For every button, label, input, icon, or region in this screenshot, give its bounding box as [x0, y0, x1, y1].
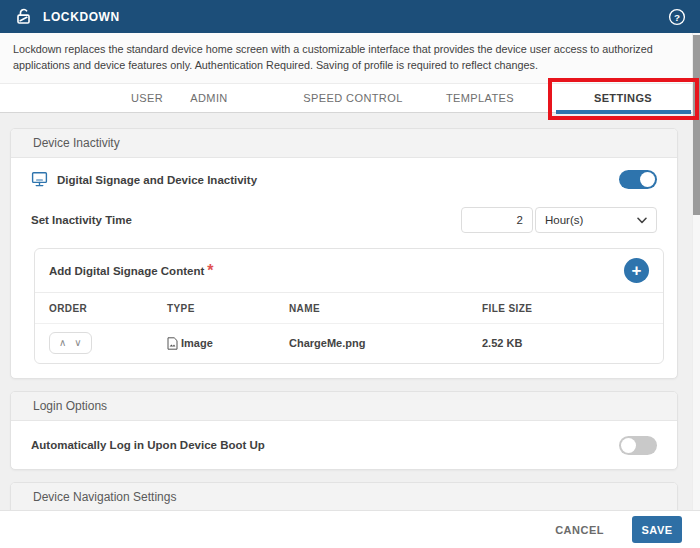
feature-description: Lockdown replaces the standard device ho… [0, 33, 700, 84]
page-title: LOCKDOWN [43, 10, 120, 24]
required-marker: * [207, 262, 213, 280]
action-footer: CANCEL SAVE [0, 510, 700, 548]
col-type: TYPE [167, 303, 289, 314]
section-title-device-navigation: Device Navigation Settings [11, 483, 677, 510]
inactivity-time-group: Hour(s) [461, 207, 657, 233]
cancel-button[interactable]: CANCEL [549, 523, 610, 537]
col-file-size: FILE SIZE [482, 303, 649, 314]
device-navigation-card: Device Navigation Settings Navigation Ba… [10, 482, 678, 510]
tab-speed-control[interactable]: SPEED CONTROL [303, 84, 402, 113]
monitor-icon [31, 171, 48, 188]
col-order: ORDER [49, 303, 167, 314]
digital-signage-toggle-row: Digital Signage and Device Inactivity [11, 158, 677, 201]
digital-signage-label: Digital Signage and Device Inactivity [57, 174, 257, 186]
signage-table-header: ORDER TYPE NAME FILE SIZE [35, 292, 663, 323]
auto-login-row: Automatically Log in Upon Device Boot Up [11, 421, 677, 469]
auto-login-label: Automatically Log in Upon Device Boot Up [31, 439, 265, 451]
col-name: NAME [289, 303, 482, 314]
name-value: ChargeMe.png [289, 337, 482, 349]
vertical-scrollbar[interactable] [692, 33, 700, 510]
section-title-device-inactivity: Device Inactivity [11, 129, 677, 158]
signage-content-header: Add Digital Signage Content * + [35, 249, 663, 292]
table-row: ∧ ∨ Image ChargeMe.png 2.52 KB [35, 323, 663, 363]
move-down-icon[interactable]: ∨ [74, 336, 81, 350]
tab-user[interactable]: USER [131, 84, 163, 113]
svg-text:?: ? [674, 11, 680, 22]
tab-templates[interactable]: TEMPLATES [446, 84, 514, 113]
type-cell: Image [167, 337, 289, 350]
active-tab-underline [556, 110, 691, 114]
settings-scroll-area: Device Inactivity Digital Signage and De… [0, 113, 692, 510]
auto-login-toggle[interactable] [619, 436, 657, 455]
tab-admin[interactable]: ADMIN [190, 84, 227, 113]
digital-signage-toggle[interactable] [619, 170, 657, 189]
inactivity-time-row: Set Inactivity Time Hour(s) [11, 201, 677, 239]
inactivity-unit-value: Hour(s) [545, 214, 637, 226]
inactivity-time-input[interactable] [461, 207, 533, 233]
lockdown-settings-page: LOCKDOWN ? Lockdown replaces the standar… [0, 0, 700, 548]
scrollbar-thumb[interactable] [693, 35, 700, 215]
type-value: Image [181, 337, 213, 349]
device-inactivity-card: Device Inactivity Digital Signage and De… [10, 128, 678, 379]
tab-settings[interactable]: SETTINGS [594, 84, 652, 113]
signage-content-label: Add Digital Signage Content [49, 265, 204, 277]
login-options-card: Login Options Automatically Log in Upon … [10, 391, 678, 470]
order-control: ∧ ∨ [49, 332, 92, 354]
file-size-value: 2.52 KB [482, 337, 649, 349]
save-button[interactable]: SAVE [632, 516, 682, 543]
app-header: LOCKDOWN ? [0, 0, 700, 33]
move-up-icon[interactable]: ∧ [59, 336, 66, 350]
signage-content-panel: Add Digital Signage Content * + ORDER TY… [34, 248, 664, 364]
image-file-icon [167, 337, 178, 350]
unlock-icon [14, 7, 33, 26]
inactivity-unit-select[interactable]: Hour(s) [535, 207, 657, 233]
tab-bar: USER ADMIN SPEED CONTROL TEMPLATES SETTI… [0, 84, 700, 113]
chevron-down-icon [637, 217, 647, 224]
add-content-button[interactable]: + [624, 258, 649, 283]
section-title-login-options: Login Options [11, 392, 677, 421]
help-icon[interactable]: ? [668, 8, 686, 26]
inactivity-time-label: Set Inactivity Time [31, 214, 132, 226]
